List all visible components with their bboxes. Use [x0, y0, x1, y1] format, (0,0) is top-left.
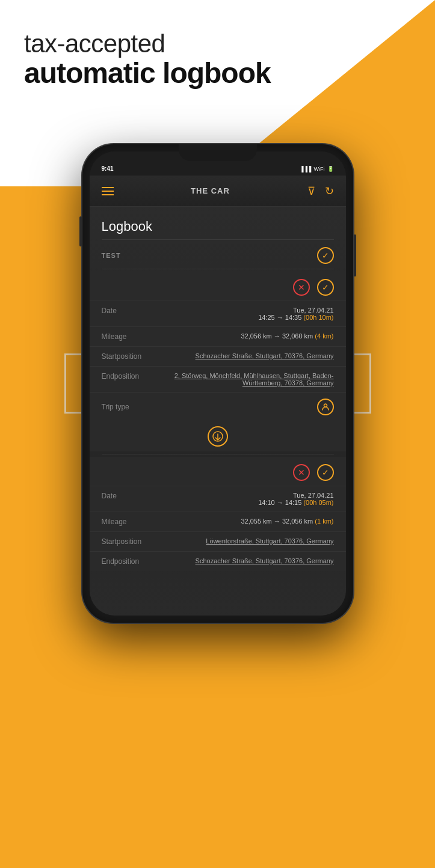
trip-divider: [102, 454, 334, 454]
app-content: Logbook TEST ✓ ✕ ✓ Dat: [90, 207, 346, 616]
trip1-endpos-value: 2, Störweg, Mönchfeld, Mühlhausen, Stutt…: [156, 372, 334, 387]
trip1-startpos-value: Schozacher Straße, Stuttgart, 70376, Ger…: [156, 352, 334, 359]
trip2-endpos-label: Endposition: [102, 557, 156, 566]
trip2-startpos-text[interactable]: Löwentorstraße, Stuttgart, 70376, German…: [206, 537, 333, 545]
trip2-date-label: Date: [102, 492, 156, 500]
trip2-endpos-value: Schozacher Straße, Stuttgart, 70376, Ger…: [156, 557, 334, 564]
bracket-right-decoration: [353, 353, 371, 414]
trip2-confirm-button[interactable]: ✓: [317, 464, 334, 481]
phone-notch: [179, 144, 257, 161]
battery-icon: 🔋: [327, 166, 334, 172]
trip1-date-text: Tue, 27.04.21: [293, 307, 333, 314]
car-name-label: THE CAR: [191, 186, 230, 195]
trip1-actions: ✕ ✓: [90, 272, 346, 301]
trip1-triptype-row: Trip type: [90, 392, 346, 421]
status-time: 9:41: [102, 165, 114, 172]
trip2-startpos-row: Startposition Löwentorstraße, Stuttgart,…: [90, 531, 346, 551]
trip1-swap-action: [90, 421, 346, 451]
hero-title: automatic logbook: [24, 58, 411, 90]
phone-outer-frame: 9:41 ▐▐▐ WiFi 🔋 THE CAR ⊽ ↻: [82, 144, 353, 623]
trip2-mileage-value: 32,055 km → 32,056 km (1 km): [156, 518, 334, 525]
trip2-startpos-label: Startposition: [102, 537, 156, 546]
trip1-startpos-text[interactable]: Schozacher Straße, Stuttgart, 70376, Ger…: [196, 352, 334, 359]
header-action-icons: ⊽ ↻: [307, 185, 334, 198]
signal-icon: ▐▐▐: [300, 166, 311, 172]
trip2-mileage-diff: (1 km): [315, 518, 333, 525]
trip2-startpos-value: Löwentorstraße, Stuttgart, 70376, German…: [156, 537, 334, 545]
trip1-cancel-button[interactable]: ✕: [293, 279, 310, 296]
trip1-endpos-row: Endposition 2, Störweg, Mönchfeld, Mühlh…: [90, 366, 346, 392]
trip2-date-value: Tue, 27.04.21 14:10 → 14:15 (00h 05m): [156, 492, 334, 506]
trip1-endpos-text[interactable]: 2, Störweg, Mönchfeld, Mühlhausen, Stutt…: [174, 372, 334, 387]
trip2-date-text: Tue, 27.04.21: [293, 492, 333, 499]
filter-icon[interactable]: ⊽: [307, 185, 315, 198]
trip1-endpos-label: Endposition: [102, 372, 156, 381]
trip1-date-row: Date Tue, 27.04.21 14:25 → 14:35 (00h 10…: [90, 301, 346, 326]
trip1-date-duration: (00h 10m): [303, 314, 333, 321]
bracket-left-decoration: [64, 353, 82, 414]
test-section-header: TEST ✓: [90, 240, 346, 269]
trip1-mileage-row: Mileage 32,056 km → 32,060 km (4 km): [90, 326, 346, 346]
hamburger-line-2: [102, 191, 114, 192]
refresh-icon[interactable]: ↻: [325, 185, 334, 198]
trip1-date-time: 14:25 → 14:35: [258, 314, 301, 321]
trip1-mileage-text: 32,056 km → 32,060 km: [241, 332, 313, 340]
logbook-title: Logbook: [90, 207, 346, 239]
trip2-cancel-button[interactable]: ✕: [293, 464, 310, 481]
trip1-confirm-button[interactable]: ✓: [317, 279, 334, 296]
hamburger-line-3: [102, 194, 114, 195]
trip-card-2: ✕ ✓ Date Tue, 27.04.21 14:10 → 14:15 (00…: [90, 457, 346, 571]
trip2-endpos-text[interactable]: Schozacher Straße, Stuttgart, 70376, Ger…: [196, 557, 334, 564]
trip2-mileage-label: Mileage: [102, 518, 156, 526]
trip1-mileage-diff: (4 km): [315, 332, 333, 340]
section-divider: [102, 269, 334, 269]
trip2-date-duration: (00h 05m): [303, 499, 333, 506]
section-check-icon[interactable]: ✓: [317, 247, 334, 264]
trip1-date-value: Tue, 27.04.21 14:25 → 14:35 (00h 10m): [156, 307, 334, 321]
trip2-date-row: Date Tue, 27.04.21 14:10 → 14:15 (00h 05…: [90, 486, 346, 512]
trip-card-1: ✕ ✓ Date Tue, 27.04.21 14:25 → 14:35 (00…: [90, 272, 346, 451]
phone-screen: 9:41 ▐▐▐ WiFi 🔋 THE CAR ⊽ ↻: [90, 151, 346, 616]
trip2-mileage-row: Mileage 32,055 km → 32,056 km (1 km): [90, 512, 346, 531]
hero-tagline: tax-accepted: [24, 30, 411, 58]
trip2-endpos-row: Endposition Schozacher Straße, Stuttgart…: [90, 551, 346, 571]
trip1-startpos-row: Startposition Schozacher Straße, Stuttga…: [90, 346, 346, 366]
trip2-actions: ✕ ✓: [90, 457, 346, 486]
hamburger-menu-icon[interactable]: [102, 187, 114, 195]
trip1-date-label: Date: [102, 307, 156, 315]
wifi-icon: WiFi: [314, 166, 325, 172]
status-icons: ▐▐▐ WiFi 🔋: [300, 166, 333, 172]
trip1-mileage-value: 32,056 km → 32,060 km (4 km): [156, 332, 334, 340]
trip1-triptype-person-icon[interactable]: [317, 399, 334, 415]
trip1-mileage-label: Mileage: [102, 332, 156, 341]
phone-mockup: 9:41 ▐▐▐ WiFi 🔋 THE CAR ⊽ ↻: [82, 144, 353, 623]
trip2-date-time: 14:10 → 14:15: [258, 499, 301, 506]
trip2-mileage-text: 32,055 km → 32,056 km: [241, 518, 313, 525]
test-section-label: TEST: [102, 252, 121, 259]
trip1-startpos-label: Startposition: [102, 352, 156, 361]
hamburger-line-1: [102, 187, 114, 188]
trip1-triptype-label: Trip type: [102, 403, 156, 411]
app-header: THE CAR ⊽ ↻: [90, 176, 346, 207]
swap-button[interactable]: [208, 426, 228, 447]
hero-text: tax-accepted automatic logbook: [0, 0, 435, 102]
